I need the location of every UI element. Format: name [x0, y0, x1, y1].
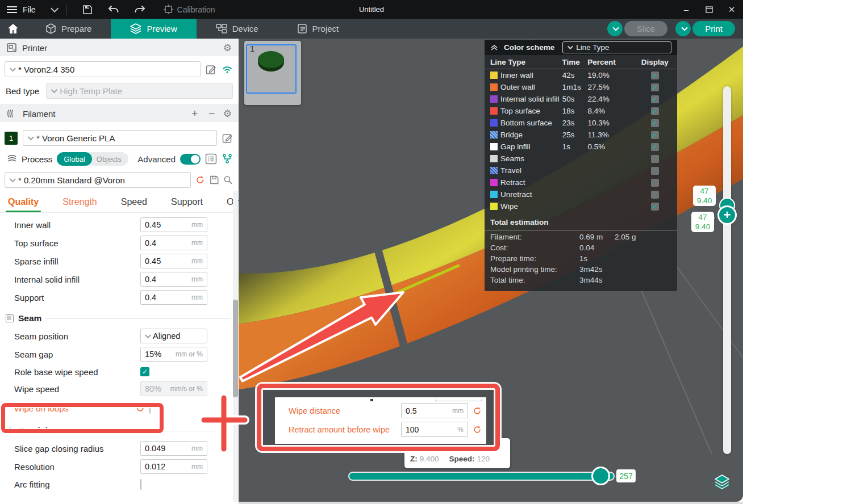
layer-slider-lower-handle[interactable]: + — [717, 205, 737, 225]
preview-3d-viewport[interactable]: 1 Color scheme Line Type Line Type Time … — [239, 39, 743, 502]
tab-support[interactable]: Support — [171, 196, 203, 212]
line-type-display-checkbox[interactable]: ✓ — [651, 95, 659, 103]
param-input[interactable]: 0.012 mm — [140, 459, 207, 474]
remove-filament-button[interactable]: − — [206, 107, 218, 120]
precision-icon — [6, 427, 14, 435]
home-icon — [7, 23, 19, 34]
line-type-display-checkbox[interactable]: ✓ — [651, 107, 659, 115]
line-type-percent: 8.4% — [587, 107, 638, 115]
precision-section-header: Precision — [0, 419, 239, 439]
layers-view-icon[interactable] — [713, 473, 731, 490]
param-input[interactable]: 0.45 mm — [140, 254, 207, 268]
line-type-display-checkbox[interactable]: ✓ — [651, 191, 659, 199]
param-label: Slice gap closing radius — [14, 444, 140, 453]
printer-preset-select[interactable]: * Voron2.4 350 — [5, 61, 201, 77]
close-button[interactable]: ✕ — [720, 0, 743, 19]
advanced-toggle[interactable] — [180, 154, 201, 165]
wipe-on-loops-checkbox[interactable] — [149, 403, 151, 414]
slice-button[interactable]: Slice — [624, 21, 668, 36]
printer-settings-gear-icon[interactable]: ⚙ — [223, 43, 232, 53]
reset-preset-icon[interactable] — [195, 175, 205, 185]
popup-param-input[interactable]: 0.5 mm — [401, 403, 468, 418]
wifi-connect-icon[interactable] — [222, 65, 233, 74]
param-input[interactable]: 0.45 mm — [140, 217, 207, 232]
edit-printer-icon[interactable] — [206, 64, 216, 75]
undo-icon[interactable] — [108, 4, 119, 15]
tab-project[interactable]: Project — [278, 19, 358, 39]
minimize-button[interactable]: – — [675, 0, 698, 19]
collapse-panel-icon[interactable] — [490, 44, 498, 51]
calibration-button[interactable]: Calibration — [164, 5, 215, 14]
filament-slot-badge[interactable]: 1 — [5, 132, 18, 145]
process-objects-tree-icon[interactable] — [222, 153, 233, 165]
parameter-list-icon[interactable] — [205, 153, 217, 165]
line-type-percent: 11.3% — [587, 131, 638, 139]
line-type-row: Internal solid infill 50s 22.4% ✓ — [485, 93, 677, 105]
slice-dropdown-button[interactable] — [607, 21, 623, 36]
wipe-on-loops-reset-icon[interactable] — [136, 404, 145, 413]
horizontal-slider-handle[interactable] — [591, 467, 610, 485]
popup-param-input[interactable]: 100 % — [401, 422, 468, 437]
process-global-option[interactable]: Global — [57, 152, 92, 166]
file-chevron-down-icon[interactable] — [51, 4, 59, 12]
vertical-layer-slider[interactable]: + — [723, 86, 731, 454]
home-button[interactable] — [0, 19, 26, 39]
line-type-display-checkbox[interactable]: ✓ — [651, 83, 659, 91]
param-input[interactable]: 0.4 mm — [140, 290, 207, 305]
save-preset-icon[interactable] — [210, 175, 219, 185]
process-preset-select[interactable]: * 0.20mm Standard @Voron — [5, 172, 191, 188]
line-type-display-checkbox[interactable]: ✓ — [651, 155, 659, 163]
tab-strength[interactable]: Strength — [62, 196, 97, 212]
scrollbar-thumb[interactable] — [233, 300, 238, 397]
line-type-display-checkbox[interactable]: ✓ — [651, 167, 659, 175]
estimation-row: Filament: 0.69 m 2.05 g — [485, 233, 677, 243]
tab-speed[interactable]: Speed — [121, 196, 147, 212]
popup-reset-icon[interactable] — [473, 406, 482, 415]
filament-settings-gear-icon[interactable]: ⚙ — [223, 109, 232, 119]
bed-type-select[interactable]: High Temp Plate — [46, 83, 233, 99]
arc-fitting-checkbox[interactable] — [140, 479, 141, 490]
line-type-display-checkbox[interactable]: ✓ — [651, 131, 659, 139]
line-type-display-checkbox[interactable]: ✓ — [651, 72, 659, 79]
popup-reset-icon[interactable] — [473, 425, 482, 434]
process-objects-option[interactable]: Objects — [92, 155, 128, 163]
add-filament-button[interactable]: + — [189, 107, 201, 120]
line-type-swatch — [490, 191, 498, 198]
plate-number: 1 — [250, 44, 254, 53]
tab-preview[interactable]: Preview — [111, 19, 196, 39]
print-button[interactable]: Print — [692, 21, 735, 36]
line-type-percent: 19.0% — [587, 71, 638, 79]
param-input[interactable]: 0.049 mm — [140, 441, 207, 456]
line-type-display-checkbox[interactable]: ✓ — [651, 119, 659, 127]
tab-quality[interactable]: Quality — [8, 196, 39, 212]
line-type-display-checkbox[interactable]: ✓ — [651, 179, 659, 187]
plate-thumbnail[interactable]: 1 — [244, 41, 301, 105]
maximize-button[interactable] — [698, 0, 720, 19]
seam-gap-input[interactable]: 15% mm or % — [140, 347, 207, 362]
main-tab-bar: Prepare Preview Device Project Slice Pri… — [0, 19, 743, 39]
search-preset-icon[interactable] — [223, 175, 233, 185]
filament-preset-select[interactable]: * Voron Generic PLA — [23, 130, 217, 146]
line-type-display-checkbox[interactable]: ✓ — [651, 203, 659, 211]
print-dropdown-button[interactable] — [675, 21, 691, 36]
tab-prepare[interactable]: Prepare — [26, 19, 111, 39]
save-icon[interactable] — [82, 4, 93, 15]
edit-filament-icon[interactable] — [222, 133, 233, 144]
param-input[interactable]: 0.4 mm — [140, 272, 207, 287]
tab-device[interactable]: Device — [197, 19, 278, 39]
printer-icon — [7, 43, 16, 52]
wipe-speed-input[interactable]: 80% mm/s or % — [140, 381, 207, 396]
param-input[interactable]: 0.4 mm — [140, 236, 207, 250]
horizontal-move-slider[interactable] — [349, 473, 614, 480]
line-type-display-checkbox[interactable]: ✓ — [651, 143, 659, 151]
settings-scrollbar[interactable] — [233, 191, 238, 502]
process-scope-toggle[interactable]: Global Objects — [57, 152, 128, 166]
role-base-wipe-speed-checkbox[interactable]: ✓ — [140, 367, 149, 376]
popup-param-unit: mm — [452, 407, 464, 415]
menu-icon[interactable] — [7, 6, 17, 13]
color-scheme-select[interactable]: Line Type — [562, 41, 671, 53]
param-row: Sparse infill 0.45 mm — [0, 252, 239, 270]
file-menu[interactable]: File — [23, 5, 36, 14]
redo-icon[interactable] — [134, 4, 145, 15]
seam-position-select[interactable]: Aligned — [140, 329, 207, 343]
